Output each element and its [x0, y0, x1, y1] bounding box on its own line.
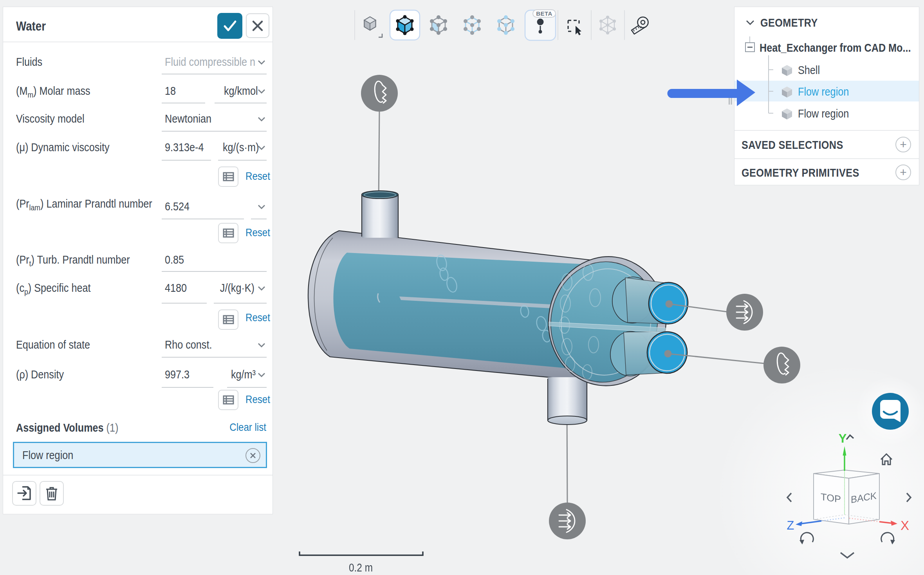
svg-text:Y: Y — [839, 432, 847, 445]
svg-text:0.2 m: 0.2 m — [349, 561, 373, 574]
svg-text:X: X — [901, 518, 909, 533]
svg-text:Z: Z — [787, 519, 794, 532]
svg-text:BETA: BETA — [536, 10, 552, 17]
